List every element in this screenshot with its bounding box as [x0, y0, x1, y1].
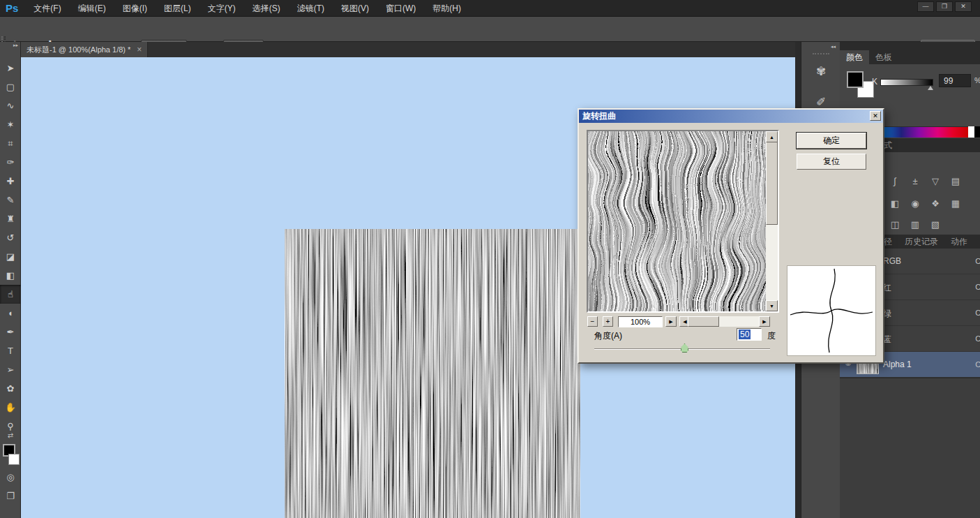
preview-horizontal-scrollbar[interactable]: [688, 316, 759, 327]
angle-unit-label: 度: [767, 330, 776, 342]
twirl-curves: [787, 266, 875, 355]
k-slider[interactable]: [880, 79, 933, 86]
tab-close-icon[interactable]: ×: [137, 45, 142, 54]
tab-color[interactable]: 颜色: [840, 50, 869, 64]
adjustment-icon[interactable]: ▧: [928, 218, 943, 231]
foreground-color-swatch[interactable]: [847, 71, 864, 88]
tool-move[interactable]: ➤: [0, 59, 21, 77]
menu-layer[interactable]: 图层(L): [156, 0, 199, 17]
angle-slider-thumb[interactable]: [681, 343, 688, 353]
menu-filter[interactable]: 滤镜(T): [289, 0, 333, 17]
twirled-fibers-preview: [588, 131, 767, 311]
tool-pen[interactable]: ✒: [0, 323, 21, 341]
dialog-close-button[interactable]: ✕: [870, 111, 881, 121]
preview-vertical-scrollbar[interactable]: ▲ ▼: [766, 131, 778, 311]
tool-dodge[interactable]: ◖: [0, 304, 21, 323]
selective-color-icon[interactable]: ▥: [907, 218, 923, 231]
tool-eyedropper[interactable]: ✑: [0, 153, 21, 172]
menu-bar: Ps 文件(F) 编辑(E) 图像(I) 图层(L) 文字(Y) 选择(S) 滤…: [0, 0, 980, 17]
zoom-out-button[interactable]: −: [587, 316, 598, 327]
ok-button[interactable]: 确定: [797, 133, 866, 149]
fibers-texture-image[interactable]: [285, 229, 580, 518]
tab-swatches[interactable]: 色板: [869, 50, 898, 64]
menu-help[interactable]: 帮助(H): [424, 0, 469, 17]
dock-collapse-icon[interactable]: ◂◂: [831, 44, 836, 50]
swap-colors-icon[interactable]: ⇄: [0, 431, 21, 439]
color-lookup-icon[interactable]: ❖: [928, 197, 943, 210]
curves-icon[interactable]: ∫: [887, 175, 903, 188]
color-panel-tabs: 颜色 色板: [840, 50, 980, 64]
tool-crop[interactable]: ⌗: [0, 134, 21, 153]
hue-saturation-icon[interactable]: ▤: [948, 175, 963, 188]
angle-value-selected: 50: [739, 330, 751, 339]
tool-smudge-active[interactable]: ☝: [0, 285, 21, 304]
channel-shortcut: Ctrl+5: [975, 334, 980, 343]
scroll-right-icon[interactable]: ▶: [759, 316, 770, 327]
menu-select[interactable]: 选择(S): [244, 0, 289, 17]
twirl-dialog: 旋转扭曲 ✕ ▲ ▼ − + 100% ▶ ◀ ▶ 角度(A) 50: [578, 108, 884, 364]
scroll-up-icon[interactable]: ▲: [766, 131, 778, 142]
minimize-button[interactable]: —: [917, 1, 934, 12]
restore-button[interactable]: ❐: [936, 1, 953, 12]
background-color-swatch[interactable]: [8, 454, 20, 465]
reset-button[interactable]: 复位: [797, 154, 866, 170]
spectrum-white-swatch[interactable]: [968, 126, 974, 138]
tool-gradient[interactable]: ◧: [0, 266, 21, 285]
zoom-in-button[interactable]: +: [603, 316, 613, 327]
tool-healing-brush[interactable]: ✚: [0, 172, 21, 191]
close-button[interactable]: ✕: [955, 1, 972, 12]
percent-label: %: [974, 76, 980, 84]
tool-history-brush[interactable]: ↺: [0, 228, 21, 247]
tab-history[interactable]: 历史记录: [898, 235, 944, 249]
channel-name: RGB: [883, 256, 901, 266]
tool-lasso[interactable]: ∿: [0, 96, 21, 115]
channel-shortcut: Ctrl+2: [975, 257, 980, 265]
channel-mixer-icon[interactable]: ◉: [907, 197, 923, 210]
tool-hand[interactable]: ✋: [0, 398, 21, 417]
photo-filter-icon[interactable]: ◧: [887, 197, 903, 210]
tool-magic-wand[interactable]: ✶: [0, 115, 21, 134]
horizontal-scroll-thumb[interactable]: [688, 316, 719, 327]
window-controls: — ❐ ✕: [917, 1, 972, 12]
screen-mode-button[interactable]: ❐: [0, 491, 21, 501]
quick-mask-button[interactable]: ◎: [0, 472, 21, 482]
vibrance-icon[interactable]: ▽: [928, 175, 943, 188]
document-tab[interactable]: 未标题-1 @ 100%(Alpha 1/8) * ×: [21, 42, 148, 57]
menu-view[interactable]: 视图(V): [333, 0, 377, 17]
k-slider-thumb[interactable]: [928, 86, 933, 90]
tool-clone-stamp[interactable]: ♜: [0, 209, 21, 228]
dialog-title: 旋转扭曲: [582, 110, 616, 122]
menu-file[interactable]: 文件(F): [25, 0, 69, 17]
tool-path-selection[interactable]: ➢: [0, 360, 21, 379]
exposure-icon[interactable]: ±: [907, 175, 923, 188]
preview-zoom-value[interactable]: 100%: [618, 316, 663, 327]
tool-brush[interactable]: ✎: [0, 191, 21, 209]
brush-panel-icon[interactable]: ✾: [801, 64, 840, 79]
gradient-map-icon[interactable]: ◫: [887, 218, 903, 231]
tool-custom-shape[interactable]: ✿: [0, 379, 21, 398]
tool-list: ➤ ▢ ∿ ✶ ⌗ ✑ ✚ ✎ ♜ ↺ ◪ ◧ ☝ ◖ ✒ T ➢ ✿ ✋ ⚲: [0, 59, 21, 436]
clone-source-icon[interactable]: ✐: [801, 95, 840, 110]
tool-type[interactable]: T: [0, 341, 21, 360]
tab-actions[interactable]: 动作: [944, 235, 974, 249]
menu-edit[interactable]: 编辑(E): [70, 0, 114, 17]
toolbar-collapse-icon[interactable]: ▸▸: [0, 43, 21, 51]
angle-input[interactable]: 50: [737, 328, 762, 341]
scroll-down-icon[interactable]: ▼: [766, 300, 778, 311]
zoom-step-icon[interactable]: ▶: [665, 316, 677, 327]
strip-grip: [813, 53, 829, 54]
invert-icon[interactable]: ▦: [948, 197, 963, 210]
menu-window[interactable]: 窗口(W): [377, 0, 424, 17]
ps-logo: Ps: [0, 2, 25, 14]
dialog-title-bar[interactable]: 旋转扭曲: [579, 110, 883, 123]
menu-type[interactable]: 文字(Y): [199, 0, 244, 17]
panel-empty-area: [840, 378, 980, 518]
k-channel-label: K: [872, 77, 877, 87]
menu-image[interactable]: 图像(I): [114, 0, 156, 17]
vertical-scroll-thumb[interactable]: [766, 131, 778, 225]
filter-preview[interactable]: ▲ ▼: [587, 130, 779, 313]
tool-eraser[interactable]: ◪: [0, 247, 21, 266]
spectrum-black-swatch[interactable]: [974, 126, 980, 138]
tool-marquee[interactable]: ▢: [0, 77, 21, 96]
k-value-field[interactable]: 99: [939, 74, 971, 87]
